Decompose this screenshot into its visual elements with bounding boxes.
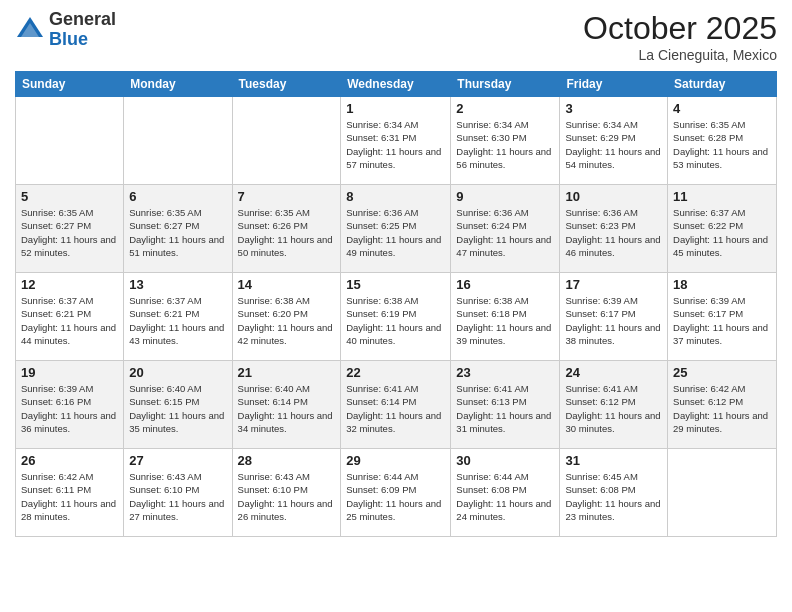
- day-info: Sunrise: 6:39 AM Sunset: 6:17 PM Dayligh…: [565, 294, 662, 347]
- calendar-cell: [232, 97, 341, 185]
- day-info: Sunrise: 6:44 AM Sunset: 6:08 PM Dayligh…: [456, 470, 554, 523]
- calendar-cell: 26Sunrise: 6:42 AM Sunset: 6:11 PM Dayli…: [16, 449, 124, 537]
- page-subtitle: La Cieneguita, Mexico: [583, 47, 777, 63]
- day-info: Sunrise: 6:40 AM Sunset: 6:14 PM Dayligh…: [238, 382, 336, 435]
- day-number: 12: [21, 277, 118, 292]
- col-thursday: Thursday: [451, 72, 560, 97]
- day-number: 29: [346, 453, 445, 468]
- day-number: 22: [346, 365, 445, 380]
- day-info: Sunrise: 6:38 AM Sunset: 6:19 PM Dayligh…: [346, 294, 445, 347]
- day-number: 1: [346, 101, 445, 116]
- day-info: Sunrise: 6:37 AM Sunset: 6:21 PM Dayligh…: [129, 294, 226, 347]
- calendar-cell: 11Sunrise: 6:37 AM Sunset: 6:22 PM Dayli…: [668, 185, 777, 273]
- logo: General Blue: [15, 10, 116, 50]
- day-info: Sunrise: 6:35 AM Sunset: 6:27 PM Dayligh…: [21, 206, 118, 259]
- day-number: 24: [565, 365, 662, 380]
- calendar-week-3: 19Sunrise: 6:39 AM Sunset: 6:16 PM Dayli…: [16, 361, 777, 449]
- calendar-cell: 18Sunrise: 6:39 AM Sunset: 6:17 PM Dayli…: [668, 273, 777, 361]
- page-title: October 2025: [583, 10, 777, 47]
- day-info: Sunrise: 6:36 AM Sunset: 6:25 PM Dayligh…: [346, 206, 445, 259]
- day-number: 13: [129, 277, 226, 292]
- day-number: 25: [673, 365, 771, 380]
- day-info: Sunrise: 6:42 AM Sunset: 6:11 PM Dayligh…: [21, 470, 118, 523]
- day-info: Sunrise: 6:35 AM Sunset: 6:28 PM Dayligh…: [673, 118, 771, 171]
- calendar-cell: 25Sunrise: 6:42 AM Sunset: 6:12 PM Dayli…: [668, 361, 777, 449]
- day-info: Sunrise: 6:42 AM Sunset: 6:12 PM Dayligh…: [673, 382, 771, 435]
- day-number: 23: [456, 365, 554, 380]
- day-info: Sunrise: 6:37 AM Sunset: 6:22 PM Dayligh…: [673, 206, 771, 259]
- calendar-cell: [668, 449, 777, 537]
- calendar-header-row: Sunday Monday Tuesday Wednesday Thursday…: [16, 72, 777, 97]
- day-info: Sunrise: 6:43 AM Sunset: 6:10 PM Dayligh…: [238, 470, 336, 523]
- day-info: Sunrise: 6:34 AM Sunset: 6:29 PM Dayligh…: [565, 118, 662, 171]
- day-number: 17: [565, 277, 662, 292]
- logo-text: General Blue: [49, 10, 116, 50]
- calendar-cell: 13Sunrise: 6:37 AM Sunset: 6:21 PM Dayli…: [124, 273, 232, 361]
- day-info: Sunrise: 6:45 AM Sunset: 6:08 PM Dayligh…: [565, 470, 662, 523]
- day-info: Sunrise: 6:41 AM Sunset: 6:13 PM Dayligh…: [456, 382, 554, 435]
- calendar-week-0: 1Sunrise: 6:34 AM Sunset: 6:31 PM Daylig…: [16, 97, 777, 185]
- calendar-cell: 17Sunrise: 6:39 AM Sunset: 6:17 PM Dayli…: [560, 273, 668, 361]
- day-info: Sunrise: 6:35 AM Sunset: 6:27 PM Dayligh…: [129, 206, 226, 259]
- day-info: Sunrise: 6:34 AM Sunset: 6:31 PM Dayligh…: [346, 118, 445, 171]
- day-number: 16: [456, 277, 554, 292]
- col-saturday: Saturday: [668, 72, 777, 97]
- calendar-cell: [124, 97, 232, 185]
- calendar-cell: 9Sunrise: 6:36 AM Sunset: 6:24 PM Daylig…: [451, 185, 560, 273]
- day-info: Sunrise: 6:36 AM Sunset: 6:24 PM Dayligh…: [456, 206, 554, 259]
- calendar-cell: 20Sunrise: 6:40 AM Sunset: 6:15 PM Dayli…: [124, 361, 232, 449]
- header: General Blue October 2025 La Cieneguita,…: [15, 10, 777, 63]
- day-number: 18: [673, 277, 771, 292]
- calendar-cell: 23Sunrise: 6:41 AM Sunset: 6:13 PM Dayli…: [451, 361, 560, 449]
- day-info: Sunrise: 6:37 AM Sunset: 6:21 PM Dayligh…: [21, 294, 118, 347]
- calendar-cell: 6Sunrise: 6:35 AM Sunset: 6:27 PM Daylig…: [124, 185, 232, 273]
- day-number: 10: [565, 189, 662, 204]
- calendar-cell: 7Sunrise: 6:35 AM Sunset: 6:26 PM Daylig…: [232, 185, 341, 273]
- day-number: 2: [456, 101, 554, 116]
- day-number: 21: [238, 365, 336, 380]
- col-monday: Monday: [124, 72, 232, 97]
- col-wednesday: Wednesday: [341, 72, 451, 97]
- day-info: Sunrise: 6:38 AM Sunset: 6:18 PM Dayligh…: [456, 294, 554, 347]
- calendar-cell: 1Sunrise: 6:34 AM Sunset: 6:31 PM Daylig…: [341, 97, 451, 185]
- page: General Blue October 2025 La Cieneguita,…: [0, 0, 792, 612]
- calendar-cell: 16Sunrise: 6:38 AM Sunset: 6:18 PM Dayli…: [451, 273, 560, 361]
- day-number: 3: [565, 101, 662, 116]
- logo-icon: [15, 15, 45, 45]
- calendar-cell: 31Sunrise: 6:45 AM Sunset: 6:08 PM Dayli…: [560, 449, 668, 537]
- day-info: Sunrise: 6:43 AM Sunset: 6:10 PM Dayligh…: [129, 470, 226, 523]
- calendar-cell: 3Sunrise: 6:34 AM Sunset: 6:29 PM Daylig…: [560, 97, 668, 185]
- day-info: Sunrise: 6:35 AM Sunset: 6:26 PM Dayligh…: [238, 206, 336, 259]
- calendar-cell: 10Sunrise: 6:36 AM Sunset: 6:23 PM Dayli…: [560, 185, 668, 273]
- calendar-week-4: 26Sunrise: 6:42 AM Sunset: 6:11 PM Dayli…: [16, 449, 777, 537]
- logo-general: General: [49, 9, 116, 29]
- day-info: Sunrise: 6:39 AM Sunset: 6:16 PM Dayligh…: [21, 382, 118, 435]
- calendar-week-2: 12Sunrise: 6:37 AM Sunset: 6:21 PM Dayli…: [16, 273, 777, 361]
- calendar-cell: 8Sunrise: 6:36 AM Sunset: 6:25 PM Daylig…: [341, 185, 451, 273]
- day-number: 14: [238, 277, 336, 292]
- calendar-cell: 14Sunrise: 6:38 AM Sunset: 6:20 PM Dayli…: [232, 273, 341, 361]
- calendar-cell: 27Sunrise: 6:43 AM Sunset: 6:10 PM Dayli…: [124, 449, 232, 537]
- day-number: 6: [129, 189, 226, 204]
- calendar-week-1: 5Sunrise: 6:35 AM Sunset: 6:27 PM Daylig…: [16, 185, 777, 273]
- day-number: 5: [21, 189, 118, 204]
- calendar-cell: 2Sunrise: 6:34 AM Sunset: 6:30 PM Daylig…: [451, 97, 560, 185]
- day-number: 8: [346, 189, 445, 204]
- day-number: 4: [673, 101, 771, 116]
- calendar-cell: 30Sunrise: 6:44 AM Sunset: 6:08 PM Dayli…: [451, 449, 560, 537]
- calendar-cell: 28Sunrise: 6:43 AM Sunset: 6:10 PM Dayli…: [232, 449, 341, 537]
- day-info: Sunrise: 6:40 AM Sunset: 6:15 PM Dayligh…: [129, 382, 226, 435]
- day-number: 30: [456, 453, 554, 468]
- day-number: 27: [129, 453, 226, 468]
- calendar-cell: 12Sunrise: 6:37 AM Sunset: 6:21 PM Dayli…: [16, 273, 124, 361]
- day-info: Sunrise: 6:44 AM Sunset: 6:09 PM Dayligh…: [346, 470, 445, 523]
- col-tuesday: Tuesday: [232, 72, 341, 97]
- calendar-cell: 29Sunrise: 6:44 AM Sunset: 6:09 PM Dayli…: [341, 449, 451, 537]
- day-number: 19: [21, 365, 118, 380]
- calendar-cell: [16, 97, 124, 185]
- day-number: 26: [21, 453, 118, 468]
- day-number: 15: [346, 277, 445, 292]
- calendar-cell: 5Sunrise: 6:35 AM Sunset: 6:27 PM Daylig…: [16, 185, 124, 273]
- day-number: 9: [456, 189, 554, 204]
- day-info: Sunrise: 6:41 AM Sunset: 6:12 PM Dayligh…: [565, 382, 662, 435]
